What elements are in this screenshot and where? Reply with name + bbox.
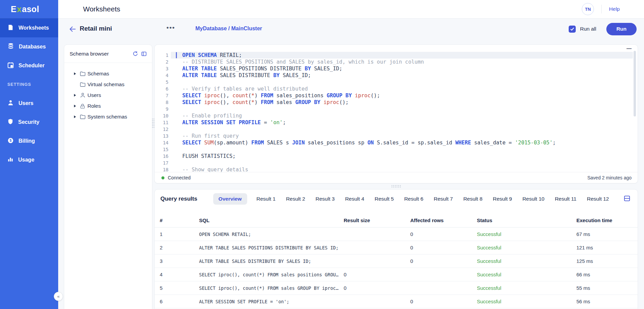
tree-item-users[interactable]: Users xyxy=(64,90,152,101)
cell-result-size: 0 xyxy=(344,272,410,277)
table-row[interactable]: 6ALTER SESSION SET PROFILE = 'on';0Succe… xyxy=(155,295,638,308)
cell-execution-time: 121 ms xyxy=(576,245,638,250)
code-editor[interactable]: 1OPEN SCHEMA RETAIL;2-- DISTRIBUTE SALES… xyxy=(155,45,638,172)
cell-status: Successful xyxy=(477,245,576,250)
sidebar-item-security[interactable]: Security xyxy=(0,113,58,132)
schema-header-icons xyxy=(132,51,147,57)
line-number: 7 xyxy=(155,92,168,99)
table-row[interactable]: 3ALTER TABLE SALES DISTRIBUTE BY SALES_I… xyxy=(155,254,638,268)
schema-browser-title: Schema browser xyxy=(70,51,109,57)
row-number: 6 xyxy=(160,299,199,304)
code-line[interactable]: 2-- DISTRIBUTE SALES_POSITIONS and SALES… xyxy=(155,59,638,65)
expand-arrow-icon[interactable] xyxy=(74,72,79,75)
sidebar-item-scheduler[interactable]: Scheduler xyxy=(0,56,58,75)
toggle-panel-icon[interactable] xyxy=(141,51,147,57)
line-number: 3 xyxy=(155,65,168,72)
collapse-sidebar-button[interactable]: « xyxy=(54,292,63,301)
code-text xyxy=(168,160,182,166)
tab-overview[interactable]: Overview xyxy=(213,193,247,205)
back-arrow-icon[interactable] xyxy=(68,25,77,33)
exasol-logo[interactable]: Exasol xyxy=(0,0,58,19)
tab-result-8[interactable]: Result 8 xyxy=(462,193,484,205)
cell-affected-rows: 0 xyxy=(410,245,477,250)
tab-result-5[interactable]: Result 5 xyxy=(374,193,395,205)
tab-result-6[interactable]: Result 6 xyxy=(403,193,424,205)
tab-result-4[interactable]: Result 4 xyxy=(344,193,365,205)
tree-item-virtual-schemas[interactable]: Virtual schemas xyxy=(64,79,152,90)
cell-sql: SELECT iproc(), count(*) FROM sales GROU… xyxy=(199,285,344,291)
vertical-resize-handle[interactable] xyxy=(152,118,155,128)
cell-execution-time: 66 ms xyxy=(576,272,638,277)
run-all-checkbox[interactable] xyxy=(569,26,576,33)
tree-item-label: System schemas xyxy=(87,114,127,120)
code-line[interactable]: 3ALTER TABLE SALES_POSITIONS DISTRIBUTE … xyxy=(155,65,638,72)
sidebar-item-billing[interactable]: $Billing xyxy=(0,132,58,150)
schema-browser-header: Schema browser xyxy=(64,45,152,63)
help-link[interactable]: Help xyxy=(609,6,620,12)
line-number: 15 xyxy=(155,146,168,153)
table-row[interactable]: 5SELECT iproc(), count(*) FROM sales GRO… xyxy=(155,281,638,295)
kebab-menu-icon[interactable]: ••• xyxy=(166,24,175,31)
code-line[interactable]: 9 xyxy=(155,106,638,112)
code-text xyxy=(168,79,182,85)
saved-timestamp: Saved 2 minutes ago xyxy=(587,175,632,180)
code-text: ALTER SESSION SET PROFILE = 'on'; xyxy=(168,119,286,126)
code-line[interactable]: 1OPEN SCHEMA RETAIL; xyxy=(155,52,638,59)
user-icon xyxy=(79,92,87,98)
code-line[interactable]: 12 xyxy=(155,126,638,133)
tab-result-1[interactable]: Result 1 xyxy=(256,193,277,205)
editor-scrollbar[interactable] xyxy=(634,51,636,116)
sidebar-item-databases[interactable]: Databases xyxy=(0,37,58,56)
code-line[interactable]: 16FLUSH STATISTICS; xyxy=(155,153,638,160)
cell-status: Successful xyxy=(477,285,576,291)
code-line[interactable]: 5 xyxy=(155,79,638,85)
schema-tree: SchemasVirtual schemasUsersRolesSystem s… xyxy=(64,63,152,122)
code-line[interactable]: 17 xyxy=(155,160,638,166)
code-line[interactable]: 10-- Enable profiling xyxy=(155,112,638,119)
expand-arrow-icon[interactable] xyxy=(74,105,79,107)
breadcrumb[interactable]: MyDatabase / MainCluster xyxy=(195,26,262,32)
sidebar-item-users[interactable]: Users xyxy=(0,94,58,113)
tab-result-10[interactable]: Result 10 xyxy=(521,193,545,205)
run-button[interactable]: Run xyxy=(606,23,637,35)
code-line[interactable]: 7SELECT iproc(), count(*) FROM sales_pos… xyxy=(155,92,638,99)
tab-result-3[interactable]: Result 3 xyxy=(314,193,336,205)
expand-arrow-icon[interactable] xyxy=(74,94,79,97)
code-line[interactable]: 11ALTER SESSION SET PROFILE = 'on'; xyxy=(155,119,638,126)
cell-status: Successful xyxy=(477,272,576,277)
tree-item-schemas[interactable]: Schemas xyxy=(64,68,152,79)
tab-result-2[interactable]: Result 2 xyxy=(285,193,306,205)
code-line[interactable]: 18-- Show query details xyxy=(155,166,638,172)
refresh-icon[interactable] xyxy=(132,51,138,57)
code-line[interactable]: 13-- Run first query xyxy=(155,133,638,139)
tab-result-7[interactable]: Result 7 xyxy=(433,193,454,205)
expand-arrow-icon[interactable] xyxy=(74,115,79,118)
table-row[interactable]: 4SELECT iproc(), count(*) FROM sales_pos… xyxy=(155,268,638,281)
cell-status: Successful xyxy=(477,258,576,264)
tab-result-9[interactable]: Result 9 xyxy=(492,193,513,205)
tab-result-11[interactable]: Result 11 xyxy=(554,193,577,205)
user-avatar[interactable]: TN xyxy=(582,3,594,15)
tree-item-roles[interactable]: Roles xyxy=(64,101,152,111)
code-line[interactable]: 15 xyxy=(155,146,638,153)
tab-result-12[interactable]: Result 12 xyxy=(586,193,610,205)
horizontal-resize-handle[interactable] xyxy=(391,185,401,188)
code-line[interactable]: 6-- Verify if tables are well distribute… xyxy=(155,85,638,92)
split-view-icon[interactable] xyxy=(624,195,630,202)
cell-affected-rows: 0 xyxy=(410,258,477,264)
table-row[interactable]: 1OPEN SCHEMA RETAIL;0Successful67 ms xyxy=(155,228,638,241)
code-line[interactable]: 8SELECT iproc(), count(*) FROM sales GRO… xyxy=(155,99,638,106)
code-line[interactable]: 14SELECT SUM(sp.amount) FROM SALES s JOI… xyxy=(155,139,638,146)
sidebar-item-usage[interactable]: Usage xyxy=(0,150,58,169)
tree-item-system-schemas[interactable]: System schemas xyxy=(64,111,152,122)
table-row[interactable]: 2ALTER TABLE SALES_POSITIONS DISTRIBUTE … xyxy=(155,241,638,254)
line-number: 12 xyxy=(155,126,168,133)
code-line[interactable]: 4ALTER TABLE SALES DISTRIBUTE BY SALES_I… xyxy=(155,72,638,79)
sidebar-item-worksheets[interactable]: Worksheets xyxy=(0,19,58,37)
cell-sql: ALTER SESSION SET PROFILE = 'on'; xyxy=(199,299,344,304)
page-title: Worksheets xyxy=(83,5,120,13)
results-table-header: #SQLResult sizeAffected rowsStatusExecut… xyxy=(155,213,638,228)
row-number: 1 xyxy=(160,231,199,237)
code-text: ALTER TABLE SALES_POSITIONS DISTRIBUTE B… xyxy=(168,66,342,72)
results-title: Query results xyxy=(160,196,197,202)
